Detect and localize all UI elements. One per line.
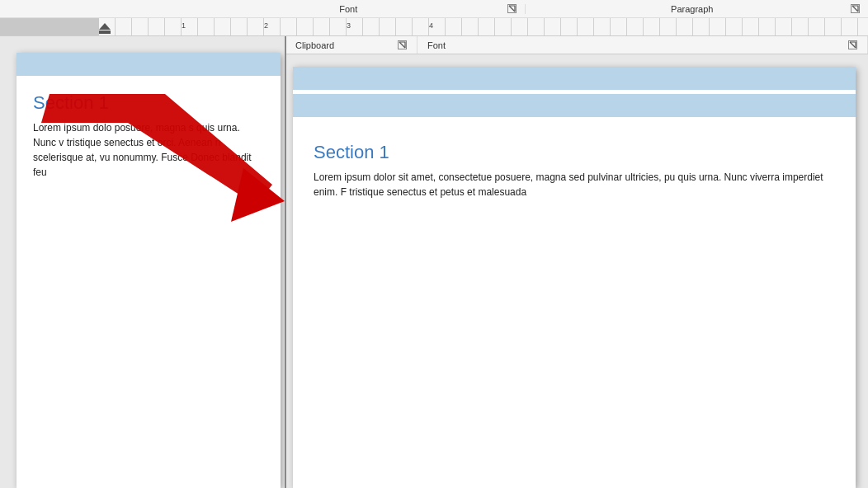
doc-page-left[interactable]: Section 1 Lorem ipsum dolo posuere, magn… bbox=[17, 53, 281, 488]
paragraph-expand-icon[interactable] bbox=[851, 4, 860, 13]
main-area: Section 1 Lorem ipsum dolo posuere, magn… bbox=[0, 36, 868, 488]
clipboard-expand-icon[interactable] bbox=[398, 40, 407, 49]
ruler: 1 2 3 4 bbox=[0, 18, 868, 36]
body-text-left: Lorem ipsum dolo posuere, magna s quis u… bbox=[33, 120, 264, 180]
doc-page-right[interactable]: Section 1 Lorem ipsum dolor sit amet, co… bbox=[293, 67, 856, 488]
svg-line-5 bbox=[850, 42, 856, 48]
right-header-bar bbox=[293, 94, 856, 117]
panel-divider bbox=[285, 36, 286, 488]
section-heading-right: Section 1 bbox=[314, 142, 835, 163]
doc-title-bar-right bbox=[293, 67, 856, 90]
ruler-mark-4: 4 bbox=[429, 21, 433, 30]
right-panel: Clipboard Font Section 1 Lorem ipsum dol… bbox=[285, 36, 868, 488]
ribbon-group-font: Font bbox=[0, 4, 526, 14]
ribbon-second: Clipboard Font bbox=[285, 36, 868, 54]
svg-line-0 bbox=[509, 6, 515, 12]
font-expand-icon-2[interactable] bbox=[848, 40, 857, 49]
ribbon-font-group: Font bbox=[417, 36, 868, 54]
font-expand-icon[interactable] bbox=[507, 4, 517, 13]
ruler-mark-3: 3 bbox=[347, 21, 351, 30]
doc-left-panel: Section 1 Lorem ipsum dolo posuere, magn… bbox=[0, 36, 285, 488]
ruler-mark-1: 1 bbox=[182, 21, 186, 30]
svg-line-4 bbox=[399, 42, 405, 48]
ribbon-group-paragraph: Paragraph bbox=[526, 4, 869, 14]
section-heading-left: Section 1 bbox=[33, 92, 264, 114]
doc-title-bar-left bbox=[17, 53, 281, 76]
svg-line-1 bbox=[852, 6, 858, 12]
ribbon-clipboard-group: Clipboard bbox=[285, 36, 417, 54]
ribbon-top: Font Paragraph bbox=[0, 0, 868, 18]
ruler-mark-2: 2 bbox=[264, 21, 268, 30]
body-text-right: Lorem ipsum dolor sit amet, consectetue … bbox=[314, 170, 835, 199]
